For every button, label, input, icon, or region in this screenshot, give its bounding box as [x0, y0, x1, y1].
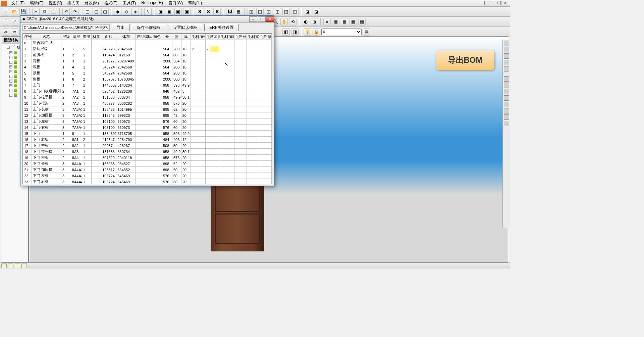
- table-cell[interactable]: 4: [71, 64, 82, 70]
- table-cell[interactable]: 20: [23, 161, 32, 167]
- table-cell[interactable]: [234, 161, 247, 167]
- column-header[interactable]: 颜色: [152, 34, 162, 40]
- del2-icon[interactable]: ✖: [205, 8, 212, 15]
- table-cell[interactable]: 1: [82, 112, 92, 118]
- cut-icon[interactable]: ✂: [32, 8, 40, 15]
- table-cell[interactable]: [234, 112, 247, 118]
- table-cell[interactable]: 108724: [101, 179, 116, 185]
- column-header[interactable]: 体积: [116, 34, 136, 40]
- cube3-icon[interactable]: ▣: [174, 8, 182, 15]
- table-cell[interactable]: 62: [172, 161, 181, 167]
- table-cell[interactable]: [92, 52, 101, 58]
- table-cell[interactable]: 576: [162, 173, 172, 179]
- table-cell[interactable]: [205, 70, 220, 76]
- table-cell[interactable]: 前脚板: [32, 52, 61, 58]
- table-cell[interactable]: 280: [172, 46, 181, 52]
- table-cell[interactable]: [205, 173, 220, 179]
- table-cell[interactable]: [152, 76, 162, 82]
- table-cell[interactable]: 1226208: [116, 88, 136, 94]
- table-cell[interactable]: [191, 143, 205, 149]
- table-cell[interactable]: 507829: [101, 155, 116, 161]
- table-cell[interactable]: 0: [23, 40, 32, 46]
- table-cell[interactable]: [220, 179, 234, 185]
- table-cell[interactable]: 21: [23, 167, 32, 173]
- menu-item[interactable]: 修改(M): [82, 0, 102, 7]
- table-cell[interactable]: 576: [172, 155, 181, 161]
- table-cell[interactable]: 1: [82, 143, 92, 149]
- table-cell[interactable]: [247, 161, 259, 167]
- face-icon[interactable]: ☻: [323, 18, 331, 26]
- table-cell[interactable]: [234, 76, 247, 82]
- table-cell[interactable]: [220, 167, 234, 173]
- expand-icon[interactable]: +: [9, 84, 12, 87]
- table-cell[interactable]: [205, 179, 220, 185]
- table-cell[interactable]: [205, 82, 220, 88]
- table-cell[interactable]: [220, 100, 234, 106]
- table-cell[interactable]: 1: [82, 106, 92, 112]
- table-cell[interactable]: 958: [162, 155, 172, 161]
- rtool-7[interactable]: [504, 83, 509, 88]
- solid2-icon[interactable]: ◪: [313, 8, 320, 15]
- table-row[interactable]: 7上门1711445567514320495859849.9: [23, 82, 272, 88]
- table-row[interactable]: 15下门1811554399871870595859849.9: [23, 131, 272, 137]
- table-cell[interactable]: 上门: [32, 82, 61, 88]
- table-cell[interactable]: 上门-框架: [32, 100, 61, 106]
- img-icon[interactable]: 🖼: [226, 8, 233, 15]
- table-cell[interactable]: [247, 58, 259, 64]
- table-cell[interactable]: [152, 40, 162, 46]
- table-cell[interactable]: [152, 88, 162, 94]
- table-cell[interactable]: [259, 179, 271, 185]
- table-cell[interactable]: 20: [181, 167, 191, 173]
- table-cell[interactable]: [234, 100, 247, 106]
- table-cell[interactable]: 3: [71, 58, 82, 64]
- table-cell[interactable]: 19: [23, 155, 32, 161]
- table-cell[interactable]: [234, 40, 247, 46]
- table-cell[interactable]: [136, 112, 152, 118]
- table-cell[interactable]: [136, 82, 152, 88]
- table-cell[interactable]: [152, 179, 162, 185]
- dialog-close-button[interactable]: ×: [266, 16, 274, 22]
- table-cell[interactable]: [205, 167, 220, 173]
- table-cell[interactable]: [191, 112, 205, 118]
- table-cell[interactable]: 958: [162, 82, 172, 88]
- table-cell[interactable]: 6: [71, 76, 82, 82]
- table-cell[interactable]: 1: [61, 46, 71, 52]
- solid1-icon[interactable]: ◪: [304, 8, 311, 15]
- table-cell[interactable]: [152, 100, 162, 106]
- table-cell[interactable]: [191, 173, 205, 179]
- minimize-button[interactable]: –: [484, 1, 492, 5]
- rtool-3[interactable]: [504, 53, 509, 59]
- table-cell[interactable]: [205, 131, 220, 137]
- table-cell[interactable]: 20287409: [116, 58, 136, 64]
- table-cell[interactable]: [220, 106, 234, 112]
- table-cell[interactable]: 7: [71, 82, 82, 88]
- table-cell[interactable]: [136, 46, 152, 52]
- table-cell[interactable]: 90037: [101, 143, 116, 149]
- table-cell[interactable]: 8A4A2: [71, 167, 82, 173]
- table-cell[interactable]: 645469: [116, 173, 136, 179]
- table-cell[interactable]: [205, 100, 220, 106]
- group-icon[interactable]: ▦: [235, 8, 242, 15]
- view3-icon[interactable]: ▦: [350, 18, 357, 26]
- cube1-icon[interactable]: ▣: [157, 8, 164, 15]
- shape2-icon[interactable]: ◇: [123, 8, 130, 15]
- table-cell[interactable]: [92, 149, 101, 155]
- table-cell[interactable]: 60: [172, 125, 181, 131]
- table-cell[interactable]: [172, 40, 181, 46]
- table-cell[interactable]: 2: [191, 46, 205, 52]
- table-cell[interactable]: [234, 64, 247, 70]
- table-cell[interactable]: 2: [205, 46, 220, 52]
- table-cell[interactable]: 组合高柜.e3: [32, 40, 61, 46]
- table-cell[interactable]: 17: [23, 143, 32, 149]
- table-cell[interactable]: [220, 143, 234, 149]
- table-row[interactable]: 2前脚板1211134248121605648018: [23, 52, 272, 58]
- table-cell[interactable]: [136, 149, 152, 155]
- table-cell[interactable]: [247, 106, 259, 112]
- layer-props-icon[interactable]: ▤: [363, 28, 370, 36]
- render2-icon[interactable]: ◑: [311, 18, 318, 26]
- save-template-button[interactable]: 保存当前模板: [132, 24, 166, 31]
- table-cell[interactable]: [234, 52, 247, 58]
- table-cell[interactable]: 113424: [101, 52, 116, 58]
- table-cell[interactable]: 958: [162, 94, 172, 100]
- table-cell[interactable]: 598: [172, 131, 181, 137]
